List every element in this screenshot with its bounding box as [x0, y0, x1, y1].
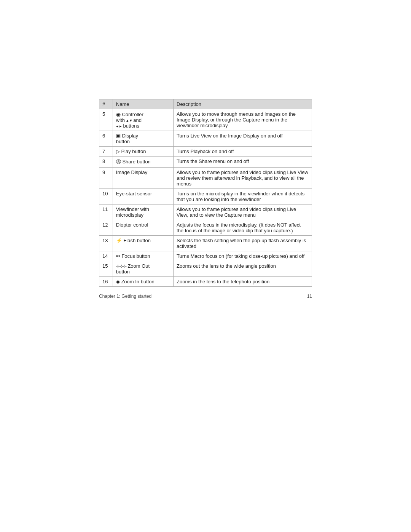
cell-name: ⚡ Flash button: [113, 236, 173, 251]
table-row: 10Eye-start sensorTurns on the microdisp…: [99, 189, 312, 204]
table-row: 6▣ DisplaybuttonTurns Live View on the I…: [99, 131, 312, 147]
cell-num: 14: [99, 251, 113, 261]
cell-desc: Adjusts the focus in the microdisplay. (…: [174, 220, 312, 236]
cell-num: 9: [99, 168, 113, 189]
page-footer: Chapter 1: Getting started 11: [99, 294, 312, 299]
col-header-num: #: [99, 99, 113, 109]
cell-name: ⚯ Focus button: [113, 251, 173, 261]
cell-num: 16: [99, 277, 113, 287]
cell-name: ▷ Play button: [113, 147, 173, 157]
cell-name: ◆ Zoom In button: [113, 277, 173, 287]
table-row: 11Viewfinder withmicrodisplayAllows you …: [99, 204, 312, 220]
cell-desc: Allows you to frame pictures and video c…: [174, 168, 312, 189]
col-header-desc: Description: [174, 99, 312, 109]
cell-desc: Turns Macro focus on (for taking close-u…: [174, 251, 312, 261]
footer-chapter: Chapter 1: Getting started: [99, 294, 151, 299]
cell-desc: Zooms out the lens to the wide angle pos…: [174, 261, 312, 277]
table-row: 13⚡ Flash buttonSelects the flash settin…: [99, 236, 312, 251]
page-container: # Name Description 5◉ Controllerwith ▴ ▾…: [0, 0, 411, 532]
cell-name: Ⓢ Share button: [113, 157, 173, 168]
table-row: 14⚯ Focus buttonTurns Macro focus on (fo…: [99, 251, 312, 261]
table-row: 9Image DisplayAllows you to frame pictur…: [99, 168, 312, 189]
table-row: 15⊹⊹⊹ Zoom OutbuttonZooms out the lens t…: [99, 261, 312, 277]
table-row: 5◉ Controllerwith ▴ ▾ and◂ ▸ buttonsAllo…: [99, 109, 312, 131]
cell-num: 5: [99, 109, 113, 131]
cell-name: Eye-start sensor: [113, 189, 173, 204]
cell-name: Image Display: [113, 168, 173, 189]
cell-desc: Turns Live View on the Image Display on …: [174, 131, 312, 147]
cell-desc: Allows you to frame pictures and video c…: [174, 204, 312, 220]
cell-name: ◉ Controllerwith ▴ ▾ and◂ ▸ buttons: [113, 109, 173, 131]
cell-name: ▣ Displaybutton: [113, 131, 173, 147]
cell-num: 13: [99, 236, 113, 251]
cell-num: 6: [99, 131, 113, 147]
cell-desc: Selects the flash setting when the pop-u…: [174, 236, 312, 251]
cell-num: 11: [99, 204, 113, 220]
table-row: 16◆ Zoom In buttonZooms in the lens to t…: [99, 277, 312, 287]
table-row: 7▷ Play buttonTurns Playback on and off: [99, 147, 312, 157]
col-header-name: Name: [113, 99, 173, 109]
cell-num: 10: [99, 189, 113, 204]
cell-name: Diopter control: [113, 220, 173, 236]
cell-name: ⊹⊹⊹ Zoom Outbutton: [113, 261, 173, 277]
reference-table: # Name Description 5◉ Controllerwith ▴ ▾…: [99, 99, 312, 287]
cell-desc: Allows you to move through menus and ima…: [174, 109, 312, 131]
table-header-row: # Name Description: [99, 99, 312, 109]
cell-num: 8: [99, 157, 113, 168]
cell-desc: Zooms in the lens to the telephoto posit…: [174, 277, 312, 287]
cell-desc: Turns the Share menu on and off: [174, 157, 312, 168]
cell-desc: Turns on the microdisplay in the viewfin…: [174, 189, 312, 204]
cell-num: 15: [99, 261, 113, 277]
table-wrapper: # Name Description 5◉ Controllerwith ▴ ▾…: [99, 99, 312, 287]
cell-desc: Turns Playback on and off: [174, 147, 312, 157]
table-row: 8Ⓢ Share buttonTurns the Share menu on a…: [99, 157, 312, 168]
cell-num: 12: [99, 220, 113, 236]
footer-page-number: 11: [307, 294, 312, 299]
cell-num: 7: [99, 147, 113, 157]
table-row: 12Diopter controlAdjusts the focus in th…: [99, 220, 312, 236]
cell-name: Viewfinder withmicrodisplay: [113, 204, 173, 220]
